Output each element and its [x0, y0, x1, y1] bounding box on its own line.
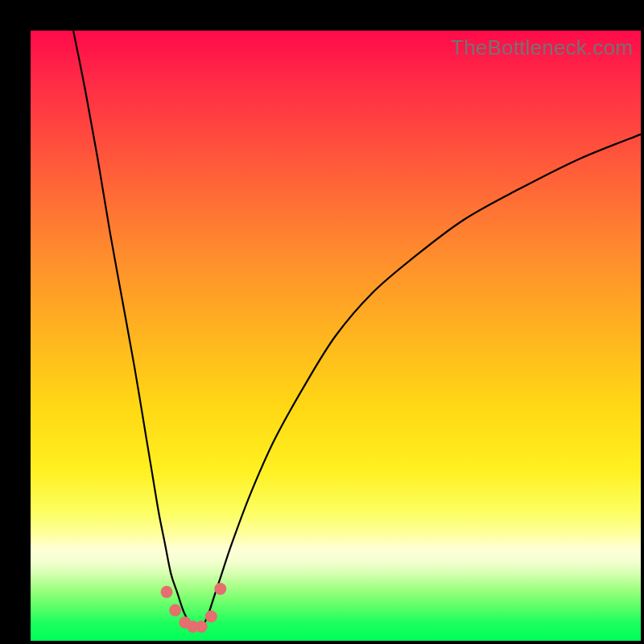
plot-area: TheBottleneck.com	[31, 31, 641, 641]
marker-cluster	[161, 583, 227, 633]
right-curve	[201, 134, 641, 629]
chart-frame: TheBottleneck.com	[0, 0, 644, 644]
curve-layer	[31, 31, 641, 641]
marker-dot	[205, 610, 217, 622]
marker-dot	[214, 583, 226, 595]
marker-dot	[196, 621, 208, 633]
marker-dot	[161, 586, 173, 598]
left-curve	[73, 31, 196, 629]
marker-dot	[169, 605, 181, 617]
